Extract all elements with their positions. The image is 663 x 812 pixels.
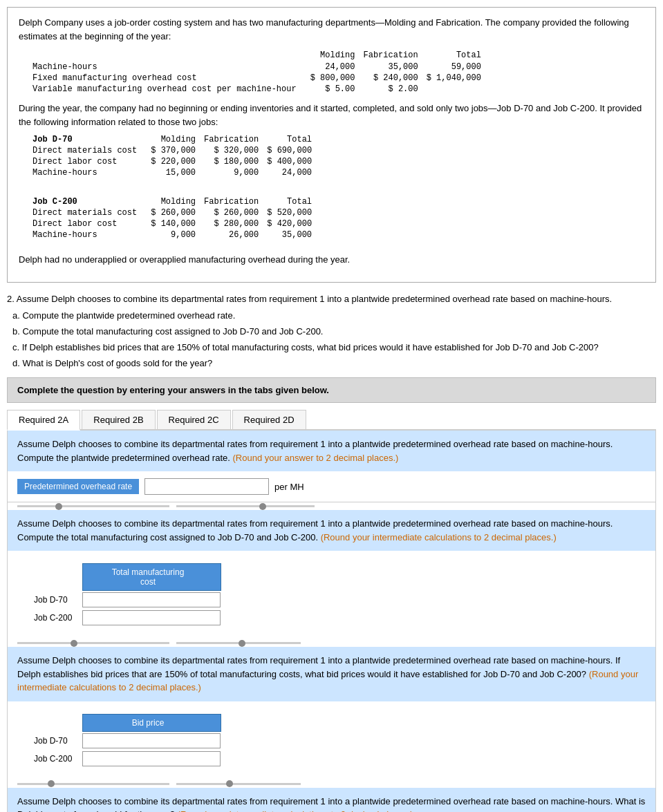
job-c200-label-2c: Job C-200 — [27, 750, 82, 768]
middle-text: During the year, the company had no begi… — [19, 102, 644, 129]
job-d70-dm-label: Direct materials cost — [32, 145, 151, 156]
question-line-3: b. Compute the total manufacturing cost … — [12, 325, 656, 339]
per-mh-label: per MH — [274, 482, 304, 492]
predetermined-overhead-rate-input[interactable] — [144, 478, 269, 495]
job-d70-dm-molding: $ 370,000 — [151, 145, 204, 156]
job-d70-col-molding: Molding — [151, 134, 204, 145]
row-machine-hours-fabrication: 35,000 — [363, 62, 426, 73]
section-2d-description: Assume Delph chooses to combine its depa… — [8, 788, 655, 812]
row-machine-hours-molding: 24,000 — [310, 62, 364, 73]
section-2b-input-area: Total manufacturing cost Job D-70 Job C-… — [8, 551, 655, 641]
job-d70-input-2b[interactable] — [82, 592, 221, 607]
tabs-row: Required 2A Required 2B Required 2C Requ… — [7, 410, 656, 431]
tab-content: Assume Delph chooses to combine its depa… — [7, 431, 656, 812]
job-c200-input-2c[interactable] — [82, 751, 221, 766]
job-d70-dm-fabrication: $ 320,000 — [204, 145, 267, 156]
job-d70-dl-label: Direct labor cost — [32, 156, 151, 167]
job-d70-label-2b: Job D-70 — [27, 591, 82, 610]
question-line-5: d. What is Delph's cost of goods sold fo… — [12, 357, 656, 371]
col-total: Total — [427, 50, 489, 62]
job-d70-mh-fabrication: 9,000 — [204, 167, 267, 178]
section-2b-description: Assume Delph chooses to combine its depa… — [8, 510, 655, 551]
col-molding: Molding — [310, 50, 364, 62]
row-variable-label: Variable manufacturing overhead cost per… — [32, 84, 310, 95]
job-d70-input-cell-2c — [82, 731, 221, 750]
job-d70-dm-total: $ 690,000 — [267, 145, 320, 156]
tab-required-2a[interactable]: Required 2A — [7, 410, 80, 431]
job-c200-dm-label: Direct materials cost — [32, 207, 151, 218]
job-d70-header: Job D-70 — [32, 134, 151, 145]
row-variable-molding: $ 5.00 — [310, 84, 364, 95]
intro-text: Delph Company uses a job-order costing s… — [19, 16, 644, 43]
job-c200-dm-molding: $ 260,000 — [151, 207, 204, 218]
section-2b-orange: (Round your intermediate calculations to… — [321, 532, 557, 542]
job-c200-mh-molding: 9,000 — [151, 229, 204, 240]
row-machine-hours-label: Machine-hours — [32, 62, 310, 73]
job-d70-label-2c: Job D-70 — [27, 731, 82, 750]
2b-empty-header — [27, 564, 82, 591]
slider-area-2a — [8, 502, 655, 510]
job-c200-header: Job C-200 — [32, 196, 151, 207]
job-d70-input-2c[interactable] — [82, 733, 221, 748]
job-c200-dm-fabrication: $ 260,000 — [204, 207, 267, 218]
row-machine-hours-total: 59,000 — [427, 62, 489, 73]
job-c200-mh-total: 35,000 — [267, 229, 320, 240]
job-c200-dl-total: $ 420,000 — [267, 218, 320, 229]
row-variable-total — [427, 84, 489, 95]
job-d70-table: Job D-70 Molding Fabrication Total Direc… — [32, 134, 320, 178]
slider-area-2b — [8, 641, 655, 647]
estimates-table: Molding Fabrication Total Machine-hours … — [32, 50, 489, 95]
job-d70-col-total: Total — [267, 134, 320, 145]
job-c200-col-fabrication: Fabrication — [204, 196, 267, 207]
section-2c-text: Assume Delph chooses to combine its depa… — [17, 655, 620, 679]
question-block: 2. Assume Delph chooses to combine its d… — [7, 292, 656, 371]
section-2a-input-row: Predetermined overhead rate per MH — [8, 471, 655, 502]
section-2a-orange: (Round your answer to 2 decimal places.) — [232, 453, 398, 463]
job-c200-mh-fabrication: 26,000 — [204, 229, 267, 240]
table-row: Job C-200 — [27, 609, 221, 627]
job-d70-mh-molding: 15,000 — [151, 167, 204, 178]
question-line-2: a. Compute the plantwide predetermined o… — [12, 309, 656, 323]
table-row: Job D-70 — [27, 731, 221, 750]
job-d70-input-cell-2b — [82, 591, 221, 610]
section-2b-table: Total manufacturing cost Job D-70 Job C-… — [27, 563, 221, 627]
row-fixed-total: $ 1,040,000 — [427, 73, 489, 84]
row-fixed-fabrication: $ 240,000 — [363, 73, 426, 84]
job-d70-dl-molding: $ 220,000 — [151, 156, 204, 167]
tab-required-2d[interactable]: Required 2D — [232, 410, 306, 429]
job-c200-table: Job C-200 Molding Fabrication Total Dire… — [32, 196, 320, 240]
job-d70-dl-fabrication: $ 180,000 — [204, 156, 267, 167]
question-line-1: 2. Assume Delph chooses to combine its d… — [7, 292, 656, 307]
problem-statement: Delph Company uses a job-order costing s… — [7, 7, 656, 283]
col-fabrication: Fabrication — [363, 50, 426, 62]
2b-total-mfg-cost-header: Total manufacturing cost — [82, 564, 221, 591]
row-fixed-label: Fixed manufacturing overhead cost — [32, 73, 310, 84]
tab-required-2b[interactable]: Required 2B — [82, 410, 155, 429]
section-2c-description: Assume Delph chooses to combine its depa… — [8, 647, 655, 701]
job-c200-label-2b: Job C-200 — [27, 609, 82, 627]
table-row: Job D-70 — [27, 591, 221, 610]
section-2d-orange: (Round your intermediate calculations to… — [178, 809, 413, 812]
job-d70-mh-total: 24,000 — [267, 167, 320, 178]
section-2a-description: Assume Delph chooses to combine its depa… — [8, 431, 655, 471]
job-c200-input-2b[interactable] — [82, 610, 221, 625]
slider-area-2c — [8, 782, 655, 788]
2c-bid-price-header: Bid price — [82, 714, 221, 731]
job-c200-col-total: Total — [267, 196, 320, 207]
question-line-4: c. If Delph establishes bid prices that … — [12, 341, 656, 355]
tab-required-2c[interactable]: Required 2C — [157, 410, 231, 429]
job-d70-dl-total: $ 400,000 — [267, 156, 320, 167]
job-d70-col-fabrication: Fabrication — [204, 134, 267, 145]
job-c200-dl-molding: $ 140,000 — [151, 218, 204, 229]
job-c200-input-cell-2c — [82, 750, 221, 768]
footer-note: Delph had no underapplied or overapplied… — [19, 253, 644, 267]
complete-banner: Complete the question by entering your a… — [7, 377, 656, 403]
job-c200-mh-label: Machine-hours — [32, 229, 151, 240]
job-c200-col-molding: Molding — [151, 196, 204, 207]
job-c200-dl-fabrication: $ 280,000 — [204, 218, 267, 229]
job-c200-dl-label: Direct labor cost — [32, 218, 151, 229]
row-fixed-molding: $ 800,000 — [310, 73, 364, 84]
section-2c-input-area: Bid price Job D-70 Job C-200 — [8, 701, 655, 782]
job-c200-dm-total: $ 520,000 — [267, 207, 320, 218]
job-c200-input-cell-2b — [82, 609, 221, 627]
